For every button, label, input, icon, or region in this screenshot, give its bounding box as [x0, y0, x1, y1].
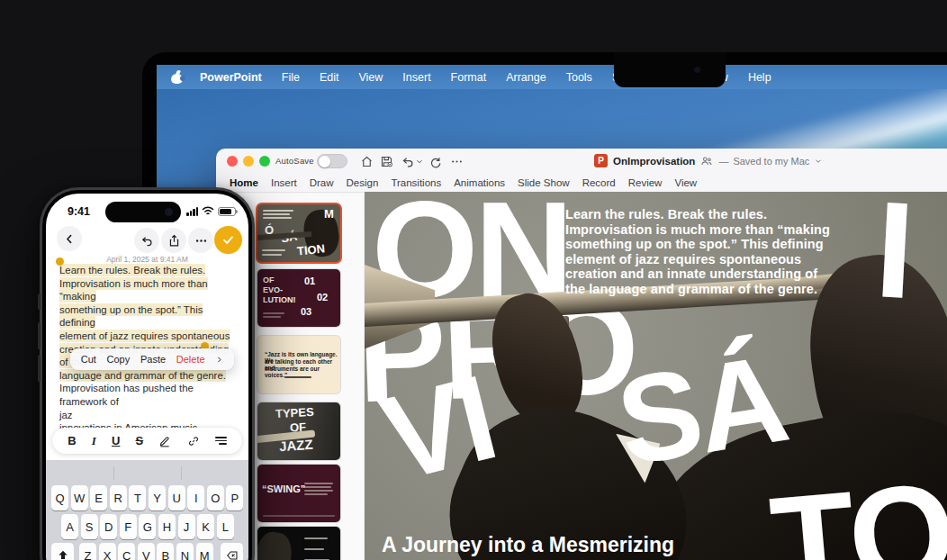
key-w[interactable]: W: [71, 485, 88, 510]
menu-item-file[interactable]: File: [272, 71, 310, 84]
slide-letter-sa[interactable]: SÁ: [611, 347, 790, 474]
key-y[interactable]: Y: [149, 485, 166, 510]
context-paste[interactable]: Paste: [140, 354, 166, 365]
autosave-label: AutoSave: [275, 156, 314, 166]
tab-record[interactable]: Record: [576, 177, 622, 188]
selected-text-line: something up on the spot.” This defining: [59, 303, 203, 330]
key-a[interactable]: A: [61, 514, 78, 539]
apple-logo-icon[interactable]: [171, 70, 183, 84]
key-t[interactable]: T: [129, 485, 146, 510]
done-check-button[interactable]: [214, 226, 242, 254]
document-title[interactable]: OnImprovisation: [613, 156, 695, 167]
undo-icon[interactable]: [400, 153, 416, 169]
context-delete[interactable]: Delete: [176, 354, 205, 365]
more-button[interactable]: [188, 228, 213, 253]
key-b[interactable]: B: [157, 543, 174, 560]
key-c[interactable]: C: [118, 543, 135, 560]
slide-letter-to[interactable]: TO: [767, 474, 947, 560]
format-toolbar: B I U S: [52, 428, 242, 454]
menu-item-format[interactable]: Format: [441, 71, 497, 84]
key-e[interactable]: E: [90, 485, 107, 510]
action-button[interactable]: [38, 294, 41, 310]
key-k[interactable]: K: [197, 514, 214, 539]
tab-review[interactable]: Review: [622, 177, 669, 188]
slide-letter-i[interactable]: I: [873, 193, 914, 306]
strikethrough-button[interactable]: S: [136, 434, 144, 447]
highlight-pen-icon[interactable]: [158, 435, 171, 447]
home-icon[interactable]: [358, 153, 374, 169]
tab-design[interactable]: Design: [340, 177, 385, 188]
key-p[interactable]: P: [226, 485, 243, 510]
key-x[interactable]: X: [99, 543, 116, 560]
key-h[interactable]: H: [158, 514, 176, 539]
slide-footer-text[interactable]: A Journey into a Mesmerizing: [382, 533, 674, 557]
thumbnail-slide-5[interactable]: “SWING”: [257, 465, 340, 522]
thumbnail-slide-1[interactable]: M Ó SÁ TION: [257, 204, 340, 262]
tab-transitions[interactable]: Transitions: [384, 177, 447, 188]
bold-button[interactable]: B: [68, 434, 76, 447]
italic-button[interactable]: I: [92, 434, 96, 448]
thumbnail-slide-2[interactable]: OF EVO- LUTION! 01 02 03: [257, 269, 340, 327]
key-r[interactable]: R: [110, 485, 127, 510]
zoom-window-button[interactable]: [259, 156, 270, 167]
selected-text-line: Improvisation is much more than “making: [59, 277, 208, 303]
context-more-chevron-icon[interactable]: [215, 356, 223, 364]
key-n[interactable]: N: [176, 543, 194, 560]
key-d[interactable]: D: [100, 514, 117, 539]
tab-insert[interactable]: Insert: [265, 177, 303, 188]
menu-item-insert[interactable]: Insert: [392, 71, 440, 84]
shift-key[interactable]: [51, 543, 74, 560]
tab-view[interactable]: View: [668, 177, 703, 188]
key-m[interactable]: M: [196, 543, 213, 560]
key-g[interactable]: G: [139, 514, 156, 539]
menu-item-arrange[interactable]: Arrange: [496, 71, 555, 84]
key-s[interactable]: S: [81, 514, 98, 539]
key-q[interactable]: Q: [51, 485, 68, 510]
tab-draw[interactable]: Draw: [303, 177, 340, 188]
context-cut[interactable]: Cut: [81, 354, 96, 365]
save-status[interactable]: — Saved to my Mac: [718, 156, 823, 167]
format-options-icon[interactable]: [215, 435, 227, 447]
backspace-key[interactable]: [221, 543, 243, 560]
key-z[interactable]: Z: [79, 543, 96, 560]
close-window-button[interactable]: [227, 156, 238, 167]
menu-item-edit[interactable]: Edit: [310, 71, 349, 84]
menu-item-tools[interactable]: Tools: [556, 71, 602, 84]
tab-home[interactable]: Home: [223, 177, 265, 188]
save-icon[interactable]: [378, 153, 394, 169]
underline-button[interactable]: U: [112, 434, 120, 447]
minimize-window-button[interactable]: [243, 156, 254, 167]
redo-icon[interactable]: [427, 153, 443, 169]
menu-item-powerpoint[interactable]: PowerPoint: [190, 71, 272, 84]
menu-item-help[interactable]: Help: [738, 71, 781, 84]
key-l[interactable]: L: [217, 514, 234, 539]
back-button[interactable]: [57, 226, 82, 251]
context-copy[interactable]: Copy: [107, 354, 131, 365]
autosave-toggle[interactable]: [317, 154, 347, 168]
selection-start-handle[interactable]: [56, 257, 64, 266]
front-camera: [165, 208, 173, 216]
share-button[interactable]: [161, 228, 186, 253]
share-people-icon[interactable]: [700, 155, 713, 167]
chevron-down-icon[interactable]: [415, 153, 424, 169]
undo-button[interactable]: [134, 228, 159, 253]
slide-body-line: Improvisation is much more than “making: [565, 222, 871, 238]
thumbnail-slide-6[interactable]: [257, 527, 340, 560]
key-u[interactable]: U: [168, 485, 185, 510]
thumbnail-slide-4[interactable]: TYPES OF JAZZ: [257, 402, 340, 460]
thumbnail-slide-3[interactable]: “Jazz is its own language. We are talkin…: [257, 336, 340, 393]
key-i[interactable]: I: [187, 485, 204, 510]
slide-body-text[interactable]: Learn the rules. Break the rules. Improv…: [565, 207, 871, 297]
volume-up-button[interactable]: [38, 322, 41, 349]
more-options-icon[interactable]: [448, 153, 464, 169]
volume-down-button[interactable]: [38, 355, 41, 382]
menu-item-view[interactable]: View: [348, 71, 392, 84]
slide-canvas[interactable]: ON PRO I VI SÁ TO Learn the rules. Break…: [365, 192, 947, 560]
key-o[interactable]: O: [207, 485, 224, 510]
key-j[interactable]: J: [178, 514, 195, 539]
tab-slideshow[interactable]: Slide Show: [511, 177, 576, 188]
tab-animations[interactable]: Animations: [447, 177, 511, 188]
key-v[interactable]: V: [138, 543, 155, 560]
key-f[interactable]: F: [120, 514, 137, 539]
link-icon[interactable]: [187, 435, 200, 447]
